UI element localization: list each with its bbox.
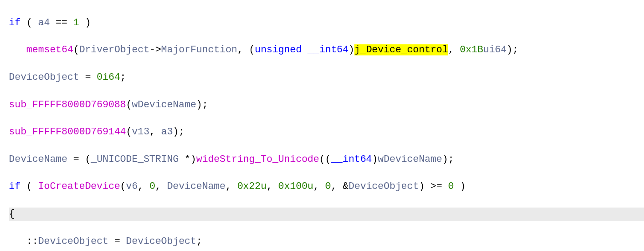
number-literal: 0x100u xyxy=(278,181,313,192)
identifier: DeviceObject xyxy=(349,181,419,192)
code-line: if ( IoCreateDevice(v6, 0, DeviceName, 0… xyxy=(9,180,644,194)
function-call: wideString_To_Unicode xyxy=(196,154,319,165)
keyword-unsigned: unsigned xyxy=(255,44,302,55)
identifier: v13 xyxy=(132,126,149,137)
code-line: DeviceName = (_UNICODE_STRING *)wideStri… xyxy=(9,153,644,167)
code-line: memset64(DriverObject->MajorFunction, (u… xyxy=(9,43,644,57)
function-call: memset64 xyxy=(27,44,74,55)
identifier: DeviceObject xyxy=(38,236,108,247)
number-literal: 0i64 xyxy=(97,72,120,83)
identifier: DriverObject xyxy=(79,44,149,55)
code-line: if ( a4 == 1 ) xyxy=(9,16,644,30)
code-line: sub_FFFFF8000D769144(v13, a3); xyxy=(9,126,644,139)
code-line: DeviceObject = 0i64; xyxy=(9,71,644,85)
keyword-int64: __int64 xyxy=(331,154,372,165)
function-call: IoCreateDevice xyxy=(38,181,120,192)
number-literal: 1 xyxy=(73,17,79,28)
identifier: DeviceName xyxy=(167,181,225,192)
code-line: sub_FFFFF8000D769088(wDeviceName); xyxy=(9,98,644,112)
number-literal: 0x1B xyxy=(460,44,483,55)
function-call: sub_FFFFF8000D769088 xyxy=(9,99,126,110)
identifier: a3 xyxy=(161,126,173,137)
identifier: a4 xyxy=(38,17,50,28)
number-literal: 0 xyxy=(448,181,454,192)
code-line: ::DeviceObject = DeviceObject; xyxy=(9,235,644,249)
identifier: wDeviceName xyxy=(132,99,196,110)
identifier: wDeviceName xyxy=(378,154,442,165)
highlighted-symbol[interactable]: j_Device_control xyxy=(354,44,448,55)
keyword-if: if xyxy=(9,17,20,28)
decompiler-view: if ( a4 == 1 ) memset64(DriverObject->Ma… xyxy=(0,0,644,251)
keyword-int64: __int64 xyxy=(307,44,348,55)
keyword-if: if xyxy=(9,181,20,192)
identifier: DeviceObject xyxy=(9,72,79,83)
function-call: sub_FFFFF8000D769144 xyxy=(9,126,126,137)
number-literal: 0 xyxy=(325,181,331,192)
number-literal: 0x22u xyxy=(237,181,267,192)
code-line-selected[interactable]: { xyxy=(9,208,644,221)
type: _UNICODE_STRING xyxy=(91,154,179,165)
identifier: DeviceObject xyxy=(126,236,196,247)
number-literal: 0 xyxy=(149,181,155,192)
identifier: MajorFunction xyxy=(161,44,237,55)
identifier: v6 xyxy=(126,181,137,192)
identifier: DeviceName xyxy=(9,154,67,165)
